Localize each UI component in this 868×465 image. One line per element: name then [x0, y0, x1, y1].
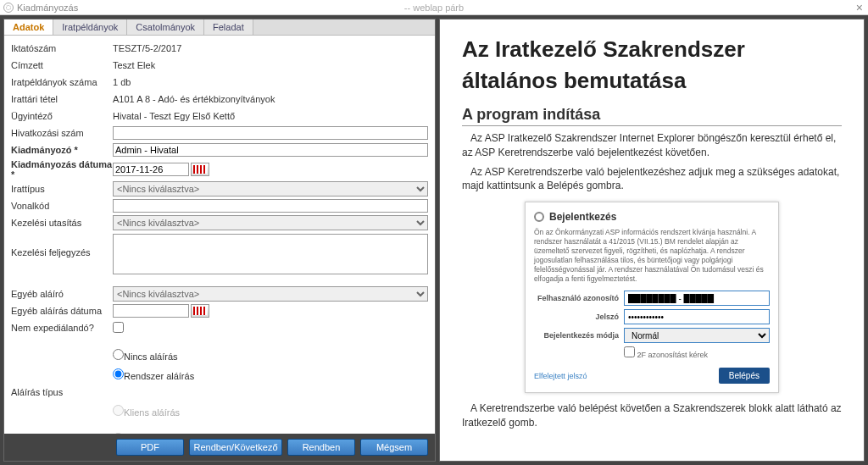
- doc-p1: Az ASP Iratkezelő Szakrendszer Internet …: [462, 131, 842, 160]
- window-title: Kiadmányozás: [17, 3, 78, 13]
- rendben-button[interactable]: Rendben: [287, 439, 355, 456]
- input-hivatkozasi[interactable]: [113, 126, 428, 140]
- megsem-button[interactable]: Mégsem: [360, 439, 428, 456]
- label-kiadmanyozas-datuma: Kiadmányozás dátuma *: [11, 159, 113, 180]
- value-iratpeldanyok: 1 db: [113, 77, 428, 87]
- form-panel: Adatok Iratpéldányok Csatolmányok Felada…: [3, 19, 436, 462]
- label-egyeb-alairo: Egyéb aláíró: [11, 289, 113, 299]
- doc-p2: Az ASP Keretrendszerbe való bejelentkezé…: [462, 165, 842, 194]
- login-pass-label: Jelszó: [534, 313, 619, 321]
- label-iktatoszam: Iktatószám: [11, 43, 113, 53]
- doc-p3: A Keretrendszerbe való belépést követően…: [462, 401, 842, 430]
- label-nem-expedialando: Nem expediálandó?: [11, 323, 113, 333]
- label-cimzett: Címzett: [11, 60, 113, 70]
- close-icon[interactable]: ×: [856, 1, 863, 14]
- radio-label-rendszer[interactable]: Rendszer aláírás: [113, 371, 194, 381]
- radio-kliens: [113, 405, 124, 416]
- label-hivatkozasi: Hivatkozási szám: [11, 128, 113, 138]
- value-cimzett: Teszt Elek: [113, 60, 428, 70]
- login-button: Belépés: [719, 368, 770, 384]
- login-pass-input: [624, 309, 770, 324]
- label-alairas-tipus: Aláírás típus: [11, 387, 113, 397]
- titlebar: Kiadmányozás -- weblap párb ×: [0, 0, 868, 15]
- label-kezelesi-feljegyzes: Kezelési feljegyzés: [11, 234, 113, 257]
- doc-subtitle: A program indítása: [462, 106, 842, 126]
- label-kezelesi-utasitas: Kezelési utasítás: [11, 218, 113, 228]
- select-kezelesi-utasitas[interactable]: <Nincs kiválasztva>: [113, 215, 428, 230]
- tab-adatok[interactable]: Adatok: [4, 19, 53, 35]
- radio-label-nincs[interactable]: Nincs aláírás: [113, 352, 178, 362]
- login-2fa-checkbox: [624, 346, 635, 357]
- tab-feladat[interactable]: Feladat: [204, 19, 253, 35]
- gear-icon: [3, 3, 14, 13]
- input-kiadmanyozas-datuma[interactable]: [113, 163, 189, 176]
- doc-title-line2: általános bemutatása: [462, 68, 842, 94]
- radio-rendszer[interactable]: [113, 368, 124, 379]
- label-vonalkod: Vonalkód: [11, 201, 113, 211]
- label-egyeb-alairas-datuma: Egyéb aláírás dátuma: [11, 306, 113, 316]
- login-arrow-icon: [534, 212, 544, 222]
- calendar-icon-2[interactable]: [191, 304, 209, 318]
- window-subtitle: -- weblap párb: [404, 3, 464, 13]
- login-title: Bejelentkezés: [549, 211, 616, 223]
- label-irattari: Irattári tétel: [11, 94, 113, 104]
- value-irattari: A101 A 8 - Adó- és értékbizonyítványok: [113, 94, 428, 104]
- login-user-input: [624, 291, 770, 306]
- textarea-kezelesi-feljegyzes[interactable]: [113, 234, 428, 274]
- label-irattipus: Irattípus: [11, 184, 113, 194]
- select-irattipus[interactable]: <Nincs kiválasztva>: [113, 181, 428, 197]
- checkbox-nem-expedialando[interactable]: [113, 322, 124, 333]
- login-mode-label: Bejelentkezés módja: [534, 331, 619, 340]
- input-vonalkod[interactable]: [113, 199, 428, 213]
- radio-label-kliens: Kliens aláírás: [113, 407, 180, 418]
- login-user-label: Felhasználó azonosító: [534, 294, 619, 302]
- login-illustration: Bejelentkezés Ön az Önkormányzati ASP in…: [525, 202, 779, 393]
- value-iktatoszam: TESZT/5-2/2017: [113, 43, 428, 53]
- input-kiadmanyozo[interactable]: [113, 143, 428, 157]
- radio-nincs[interactable]: [113, 349, 124, 360]
- value-ugyintezo: Hivatal - Teszt Egy Első Kettő: [113, 111, 428, 121]
- pdf-button[interactable]: PDF: [116, 439, 184, 456]
- login-mode-select: Normál: [624, 328, 770, 343]
- rendben-kovetkezo-button[interactable]: Rendben/Következő: [189, 439, 282, 456]
- input-egyeb-alairas-datuma[interactable]: [113, 304, 189, 318]
- login-disclaimer: Ön az Önkormányzati ASP információs rend…: [534, 228, 770, 284]
- calendar-icon[interactable]: [191, 163, 209, 176]
- doc-title-line1: Az Iratkezelő Szakrendszer: [462, 36, 842, 63]
- label-kiadmanyozo: Kiadmányozó *: [11, 145, 113, 155]
- label-iratpeldanyok: Iratpéldányok száma: [11, 77, 113, 87]
- login-2fa-label: 2F azonosítást kérek: [637, 351, 709, 359]
- document-panel[interactable]: Az Iratkezelő Szakrendszer általános bem…: [439, 19, 865, 462]
- button-bar: PDF Rendben/Következő Rendben Mégsem: [4, 434, 435, 461]
- tab-iratpeldanyok[interactable]: Iratpéldányok: [53, 19, 127, 35]
- select-egyeb-alairo[interactable]: <Nincs kiválasztva>: [113, 286, 428, 302]
- tab-csatolmanyok[interactable]: Csatolmányok: [127, 19, 204, 35]
- login-forgot-link: Elfelejtett jelszó: [534, 372, 587, 380]
- tabs: Adatok Iratpéldányok Csatolmányok Felada…: [4, 19, 435, 36]
- label-ugyintezo: Ügyintéző: [11, 111, 113, 121]
